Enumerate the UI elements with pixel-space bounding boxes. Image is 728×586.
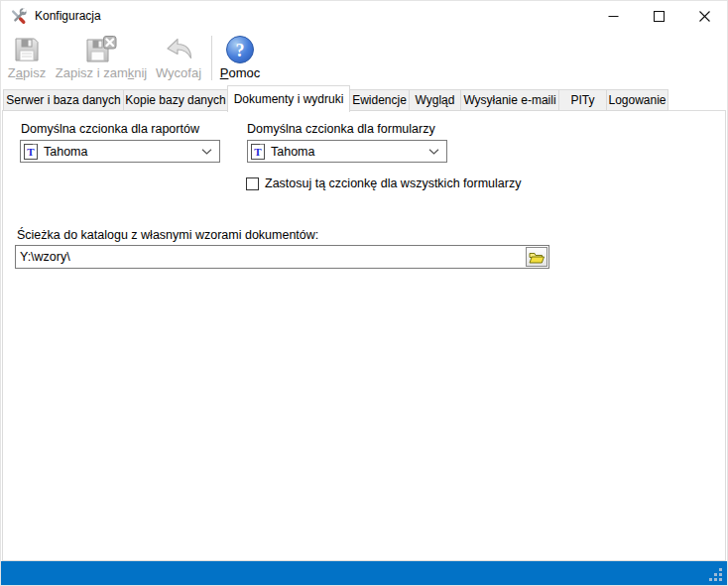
close-button[interactable]: [681, 1, 727, 31]
maximize-icon: [654, 11, 665, 22]
tab-ewidencje[interactable]: Ewidencje: [349, 89, 410, 111]
tools-icon: [10, 8, 27, 25]
apply-font-checkbox[interactable]: [246, 177, 259, 190]
truetype-font-icon: T: [24, 144, 38, 160]
help-button[interactable]: ? Pomoc: [215, 33, 265, 80]
form-font-value: Tahoma: [271, 145, 314, 159]
tab-serwer-i-baza-danych[interactable]: Serwer i baza danych: [3, 89, 124, 111]
chevron-down-icon: [201, 149, 212, 155]
open-folder-icon: [529, 251, 545, 264]
toolbar-separator: [211, 36, 212, 80]
tab-wyglad[interactable]: Wygląd: [409, 89, 461, 111]
status-bar: [1, 561, 727, 585]
help-question-icon: ?: [225, 33, 255, 65]
window-title: Konfiguracja: [35, 9, 101, 23]
browse-folder-button[interactable]: [526, 247, 547, 267]
chevron-down-icon: [428, 149, 439, 155]
undo-arrow-icon: [164, 33, 193, 65]
save-button[interactable]: Zapisz: [5, 33, 49, 80]
minimize-icon: [608, 11, 619, 22]
report-font-label: Domyślna czcionka dla raportów: [21, 122, 199, 136]
caption-buttons: [590, 1, 727, 31]
configuration-window: Konfiguracja: [0, 0, 728, 586]
minimize-button[interactable]: [590, 1, 636, 31]
save-and-close-button[interactable]: Zapisz i zamknij: [53, 33, 150, 80]
templates-path-label: Ścieżka do katalogu z własnymi wzorami d…: [17, 228, 318, 242]
templates-path-input[interactable]: [16, 246, 525, 268]
tab-pity[interactable]: PITy: [558, 89, 607, 111]
maximize-button[interactable]: [636, 1, 681, 31]
tab-kopie-bazy-danych[interactable]: Kopie bazy danych: [123, 89, 228, 111]
undo-button[interactable]: Wycofaj: [152, 33, 205, 80]
close-icon: [699, 11, 710, 22]
apply-font-checkbox-label: Zastosuj tą czcionkę dla wszystkich form…: [265, 176, 521, 190]
resize-grip[interactable]: [709, 568, 722, 581]
tab-dokumenty-i-wydruki[interactable]: Dokumenty i wydruki: [227, 85, 350, 112]
report-font-value: Tahoma: [44, 145, 87, 159]
form-font-label: Domyślna czcionka dla formularzy: [247, 122, 435, 136]
truetype-font-icon: T: [251, 144, 265, 160]
form-font-select[interactable]: T Tahoma: [247, 140, 447, 163]
svg-text:?: ?: [236, 40, 245, 59]
report-font-select[interactable]: T Tahoma: [20, 140, 220, 163]
title-bar: Konfiguracja: [1, 1, 727, 31]
toolbar: Zapisz Zapisz i zamknij: [1, 31, 727, 85]
templates-path-field: [15, 245, 549, 269]
floppy-disk-close-icon: [85, 33, 117, 65]
tab-logowanie[interactable]: Logowanie: [606, 89, 668, 111]
tab-wysylanie-e-maili[interactable]: Wysyłanie e-maili: [460, 89, 559, 111]
floppy-disk-icon: [13, 33, 41, 65]
